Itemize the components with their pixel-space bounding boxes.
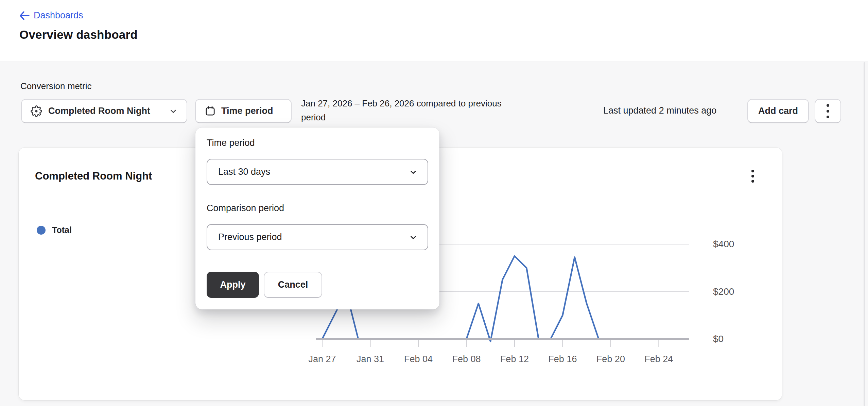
conversion-metric-label: Conversion metric <box>20 81 92 91</box>
chevron-down-icon <box>409 167 418 177</box>
cancel-button-label: Cancel <box>278 280 308 290</box>
x-axis-label: Feb 16 <box>548 354 577 365</box>
page-title: Overview dashboard <box>19 28 138 41</box>
conversion-metric-button[interactable]: Completed Room Night <box>21 99 187 123</box>
x-axis-label: Feb 12 <box>500 354 529 365</box>
apply-button-label: Apply <box>220 280 245 290</box>
time-period-popover: Time period Last 30 days Comparison peri… <box>195 128 439 309</box>
cancel-button[interactable]: Cancel <box>264 272 322 298</box>
x-axis-label: Feb 24 <box>644 354 673 365</box>
card-title: Completed Room Night <box>35 170 152 182</box>
calendar-icon <box>205 105 216 117</box>
apply-button[interactable]: Apply <box>207 272 259 298</box>
dashboard-kebab-menu-button[interactable] <box>815 99 841 123</box>
scrollbar[interactable] <box>864 62 865 406</box>
kebab-icon <box>827 104 829 118</box>
gear-icon <box>31 105 42 117</box>
last-updated-text: Last updated 2 minutes ago <box>603 105 716 116</box>
back-arrow-icon <box>19 11 30 20</box>
conversion-metric-value: Completed Room Night <box>48 106 150 116</box>
time-period-button[interactable]: Time period <box>195 99 292 123</box>
chevron-down-icon <box>169 107 178 116</box>
legend-label: Total <box>52 225 72 235</box>
breadcrumb-label[interactable]: Dashboards <box>34 10 83 21</box>
x-axis-label: Jan 31 <box>357 354 384 365</box>
page-header: Dashboards Overview dashboard <box>0 0 868 62</box>
comparison-period-select[interactable]: Previous period <box>207 224 428 250</box>
y-axis-label: $200 <box>713 285 734 299</box>
time-period-select[interactable]: Last 30 days <box>207 159 428 185</box>
time-period-button-label: Time period <box>221 106 273 116</box>
breadcrumb[interactable]: Dashboards <box>19 10 83 21</box>
time-period-select-value: Last 30 days <box>218 167 270 177</box>
popover-comparison-label: Comparison period <box>207 203 284 214</box>
legend-dot-icon <box>37 226 46 235</box>
card-kebab-menu-button[interactable] <box>745 167 760 186</box>
date-range-summary: Jan 27, 2026 – Feb 26, 2026 compared to … <box>301 97 502 124</box>
add-card-button[interactable]: Add card <box>747 99 809 123</box>
legend-item-total[interactable]: Total <box>37 225 72 235</box>
comparison-select-value: Previous period <box>218 232 282 242</box>
chevron-down-icon <box>409 233 418 242</box>
y-axis-label: $0 <box>713 332 724 346</box>
y-axis-label: $400 <box>713 237 734 251</box>
x-axis-label: Jan 27 <box>308 354 336 365</box>
popover-time-period-label: Time period <box>207 138 255 148</box>
x-axis-label: Feb 08 <box>452 354 481 365</box>
x-axis-label: Feb 20 <box>596 354 625 365</box>
add-card-label: Add card <box>758 106 798 116</box>
x-axis-label: Feb 04 <box>404 354 433 365</box>
